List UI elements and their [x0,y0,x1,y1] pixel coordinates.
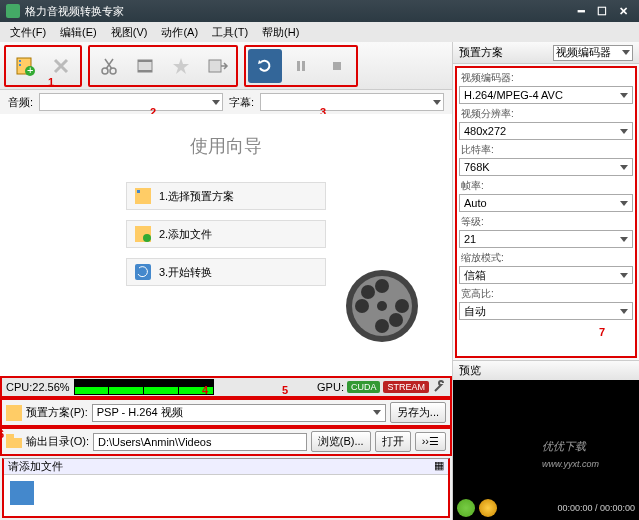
audio-label: 音频: [8,95,33,110]
subtitle-combo[interactable] [260,93,444,111]
svg-rect-3 [19,64,21,66]
cut-button[interactable] [92,49,126,83]
cuda-badge: CUDA [347,381,381,393]
toolbar: 1 + [0,42,452,90]
stop-button[interactable] [320,49,354,83]
svg-point-24 [355,299,369,313]
annotation-6: 6 [0,428,4,440]
prop-value-1[interactable]: 480x272 [459,122,633,140]
browse-button[interactable]: 浏览(B)... [311,431,371,452]
prop-value-3[interactable]: Auto [459,194,633,212]
annotation-5: 5 [282,384,288,396]
pause-button[interactable] [284,49,318,83]
filearea-toggle-icon[interactable]: ▦ [434,459,444,474]
svg-point-27 [389,313,403,327]
preset-combo[interactable]: PSP - H.264 视频 [92,404,386,422]
close-button[interactable]: ✕ [613,4,633,18]
file-list-area[interactable]: 请添加文件▦ [2,458,450,518]
annotation-4: 4 [202,384,208,396]
menubar: 文件(F) 编辑(E) 视图(V) 动作(A) 工具(T) 帮助(H) [0,22,639,42]
menu-action[interactable]: 动作(A) [155,23,204,42]
folder-icon [6,434,22,450]
prop-label-2: 比特率: [459,142,633,158]
svg-rect-2 [19,60,21,62]
cpu-meter [74,379,214,395]
filearea-header: 请添加文件 [8,459,63,474]
prop-label-3: 帧率: [459,178,633,194]
preset-label: 预置方案(P): [26,405,88,420]
prop-label-4: 等级: [459,214,633,230]
preview-area: 优优下载www.yyxt.com 00:00:00 / 00:00:00 [453,380,639,520]
svg-rect-31 [6,434,14,439]
property-panel: 7 视频编码器:H.264/MPEG-4 AVC视频分辨率:480x272比特率… [455,66,637,358]
svg-point-6 [102,68,108,74]
open-button[interactable]: 打开 [375,431,411,452]
prop-label-5: 缩放模式: [459,250,633,266]
file-thumb [10,481,34,505]
svg-point-18 [143,234,151,242]
subtitle-label: 字幕: [229,95,254,110]
menu-tools[interactable]: 工具(T) [206,23,254,42]
prop-label-6: 宽高比: [459,286,633,302]
svg-rect-29 [6,405,22,421]
svg-point-23 [375,319,389,333]
convert-button[interactable] [248,49,282,83]
watermark: 优优下载www.yyxt.com [542,437,599,470]
prop-value-4[interactable]: 21 [459,230,633,248]
export-button[interactable] [200,49,234,83]
minimize-button[interactable]: ━ [571,4,591,18]
preset-panel-title: 预置方案 [459,45,503,60]
svg-rect-9 [138,60,152,62]
stream-badge: STREAM [383,381,429,393]
wizard-step-1[interactable]: 1.选择预置方案 [126,182,326,210]
svg-rect-10 [138,70,152,72]
menu-help[interactable]: 帮助(H) [256,23,305,42]
app-icon [6,4,20,18]
svg-rect-13 [302,61,305,71]
output-path-input[interactable]: D:\Users\Anmin\Videos [93,433,307,451]
prop-value-5[interactable]: 信箱 [459,266,633,284]
wizard-step-2[interactable]: 2.添加文件 [126,220,326,248]
menu-view[interactable]: 视图(V) [105,23,154,42]
svg-point-26 [361,285,375,299]
svg-rect-0 [6,4,20,18]
wizard-step-3[interactable]: 3.开始转换 [126,258,326,286]
cpu-label: CPU:22.56% [6,381,70,393]
annotation-7: 7 [599,326,605,338]
more-button[interactable]: ››☰ [415,432,446,451]
maximize-button[interactable]: ☐ [592,4,612,18]
svg-rect-16 [137,190,140,193]
menu-edit[interactable]: 编辑(E) [54,23,103,42]
wizard-title: 使用向导 [190,134,262,158]
svg-point-22 [375,279,389,293]
svg-text:+: + [27,64,33,76]
gpu-label: GPU: [317,381,344,393]
effects-button[interactable] [164,49,198,83]
prop-value-0[interactable]: H.264/MPEG-4 AVC [459,86,633,104]
film-button[interactable] [128,49,162,83]
preset-icon [6,405,22,421]
audio-combo[interactable] [39,93,223,111]
menu-file[interactable]: 文件(F) [4,23,52,42]
prop-value-2[interactable]: 768K [459,158,633,176]
svg-rect-32 [10,481,34,505]
stop-preview-button[interactable] [479,499,497,517]
output-label: 输出目录(O): [26,434,89,449]
film-reel-image [342,266,422,346]
svg-rect-11 [209,60,221,72]
wizard-panel: 使用向导 1.选择预置方案 2.添加文件 3.开始转换 [0,114,452,376]
play-button[interactable] [457,499,475,517]
time-display: 00:00:00 / 00:00:00 [557,503,635,513]
save-as-button[interactable]: 另存为... [390,402,446,423]
svg-point-25 [395,299,409,313]
add-file-button[interactable]: + [8,49,42,83]
svg-rect-12 [297,61,300,71]
prop-label-0: 视频编码器: [459,70,633,86]
svg-rect-14 [333,62,341,70]
svg-point-28 [377,301,387,311]
prop-value-6[interactable]: 自动 [459,302,633,320]
prop-label-1: 视频分辨率: [459,106,633,122]
encoder-tab-combo[interactable]: 视频编码器 [553,45,633,61]
settings-icon[interactable] [432,380,446,394]
svg-rect-30 [6,438,22,448]
